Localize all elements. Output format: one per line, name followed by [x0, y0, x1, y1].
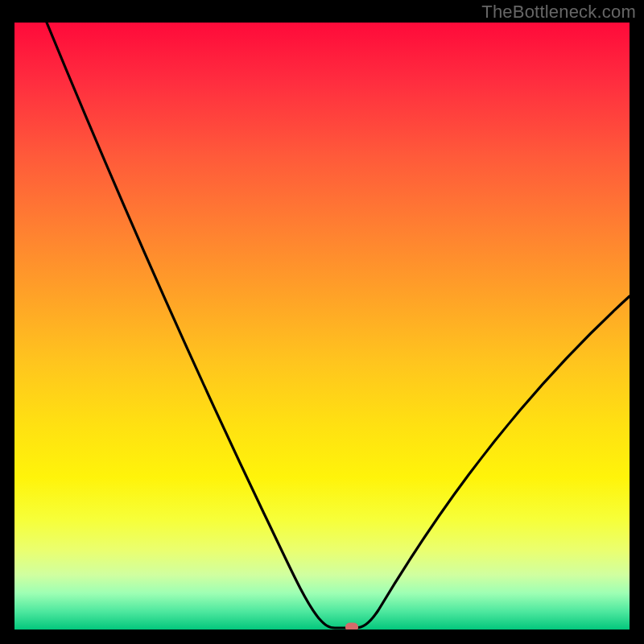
chart-container: TheBottleneck.com	[0, 0, 644, 644]
selected-point-marker	[345, 623, 358, 630]
watermark-text: TheBottleneck.com	[481, 2, 636, 23]
curve-path	[47, 23, 630, 628]
plot-area	[14, 23, 630, 630]
bottleneck-curve	[14, 23, 630, 630]
